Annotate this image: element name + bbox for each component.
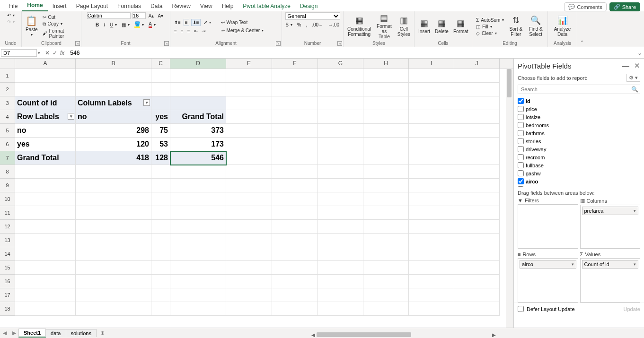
cell-H13[interactable] [363, 234, 409, 247]
cut-button[interactable]: ✂Cut [42, 14, 78, 20]
col-head-d[interactable]: D [170, 59, 226, 69]
cell-E15[interactable] [226, 261, 272, 275]
col-head-a[interactable]: A [15, 59, 76, 69]
cell-A6[interactable]: yes [15, 138, 76, 151]
cell-I12[interactable] [409, 220, 454, 234]
sort-filter-button[interactable]: ⇅Sort & Filter [508, 15, 524, 38]
field-checkbox-stories[interactable] [518, 138, 524, 144]
cell-E4[interactable] [226, 110, 272, 124]
cell-D5[interactable]: 373 [170, 124, 226, 138]
cell-B11[interactable] [76, 206, 151, 220]
cell-G13[interactable] [318, 234, 363, 247]
cell-I15[interactable] [409, 261, 454, 275]
cell-A16[interactable] [15, 275, 76, 288]
underline-button[interactable]: U▾ [109, 22, 118, 28]
cell-I4[interactable] [409, 110, 454, 124]
cell-I13[interactable] [409, 234, 454, 247]
cell-A13[interactable] [15, 234, 76, 247]
tab-file[interactable]: File [4, 1, 22, 11]
select-all-button[interactable] [0, 59, 15, 69]
col-head-g[interactable]: G [318, 59, 363, 69]
rows-area[interactable]: airco▾ [518, 258, 578, 303]
name-box-dropdown[interactable]: ▾ [37, 51, 41, 55]
sheet-tab-data[interactable]: data [45, 329, 66, 337]
field-checkbox-lotsize[interactable] [518, 114, 524, 120]
cell-D9[interactable] [170, 179, 226, 192]
cell-B8[interactable] [76, 165, 151, 179]
decrease-decimal-button[interactable]: →.00 [327, 22, 340, 28]
cell-A8[interactable] [15, 165, 76, 179]
cell-A14[interactable] [15, 247, 76, 261]
align-center-button[interactable]: ≡ [180, 28, 185, 34]
cell-E2[interactable] [226, 83, 272, 96]
sheet-tab-sheet1[interactable]: Sheet1 [18, 329, 46, 338]
row-head-9[interactable]: 9 [0, 179, 15, 192]
cell-B1[interactable] [76, 69, 151, 83]
comments-button[interactable]: 💬 Comments [564, 2, 606, 11]
cell-H17[interactable] [363, 288, 409, 302]
cell-D11[interactable] [170, 206, 226, 220]
cell-I3[interactable] [409, 96, 454, 110]
pivot-dropdown[interactable]: ▾ [68, 113, 74, 120]
cell-B2[interactable] [76, 83, 151, 96]
cell-D1[interactable] [170, 69, 226, 83]
tab-page-layout[interactable]: Page Layout [71, 1, 113, 11]
align-middle-button[interactable]: ≡ [184, 19, 189, 26]
cell-I5[interactable] [409, 124, 454, 138]
wrap-text-button[interactable]: ↩Wrap Text [220, 19, 265, 26]
cell-H3[interactable] [363, 96, 409, 110]
cell-C17[interactable] [151, 288, 170, 302]
row-head-7[interactable]: 7 [0, 151, 15, 165]
cell-D2[interactable] [170, 83, 226, 96]
cell-A2[interactable] [15, 83, 76, 96]
cell-B16[interactable] [76, 275, 151, 288]
row-head-8[interactable]: 8 [0, 165, 15, 179]
vertical-scrollbar[interactable] [506, 69, 513, 328]
cell-D17[interactable] [170, 288, 226, 302]
align-right-button[interactable]: ≡ [186, 28, 191, 34]
col-head-i[interactable]: I [409, 59, 454, 69]
merge-center-button[interactable]: ⇿Merge & Center▾ [220, 27, 265, 34]
row-head-15[interactable]: 15 [0, 261, 15, 275]
cell-D4[interactable]: Grand Total [170, 110, 226, 124]
cell-J18[interactable] [454, 302, 500, 316]
field-lotsize[interactable]: lotsize [518, 113, 636, 121]
rows-pill-airco[interactable]: airco▾ [520, 260, 576, 269]
cell-F16[interactable] [272, 275, 318, 288]
accounting-button[interactable]: $▾ [285, 22, 293, 28]
cell-C3[interactable] [151, 96, 170, 110]
cell-D7[interactable]: 546 [170, 151, 226, 165]
autosum-button[interactable]: ΣAutoSum▾ [475, 17, 505, 23]
cell-F5[interactable] [272, 124, 318, 138]
conditional-formatting-button[interactable]: ▦Conditional Formatting [346, 15, 372, 38]
comma-button[interactable]: , [305, 22, 308, 28]
pane-minimize-button[interactable]: — [622, 61, 629, 70]
cell-F6[interactable] [272, 138, 318, 151]
cell-E8[interactable] [226, 165, 272, 179]
format-as-table-button[interactable]: ▤Format as Table [375, 13, 394, 41]
delete-cells-button[interactable]: ▦Delete [434, 18, 450, 35]
name-box[interactable] [1, 49, 37, 57]
cell-C12[interactable] [151, 220, 170, 234]
pane-close-button[interactable]: ✕ [634, 61, 640, 70]
cell-F7[interactable] [272, 151, 318, 165]
cell-E14[interactable] [226, 247, 272, 261]
number-dialog-launcher[interactable]: ↘ [337, 41, 342, 46]
cell-E7[interactable] [226, 151, 272, 165]
cell-I7[interactable] [409, 151, 454, 165]
cell-G4[interactable] [318, 110, 363, 124]
cell-J13[interactable] [454, 234, 500, 247]
cell-H5[interactable] [363, 124, 409, 138]
cell-C18[interactable] [151, 302, 170, 316]
cell-B14[interactable] [76, 247, 151, 261]
cell-C7[interactable]: 128 [151, 151, 170, 165]
tab-design[interactable]: Design [295, 1, 322, 11]
cell-E18[interactable] [226, 302, 272, 316]
cell-B17[interactable] [76, 288, 151, 302]
cell-G14[interactable] [318, 247, 363, 261]
decrease-indent-button[interactable]: ⇤ [193, 28, 199, 34]
row-head-14[interactable]: 14 [0, 247, 15, 261]
cell-A1[interactable] [15, 69, 76, 83]
cell-B18[interactable] [76, 302, 151, 316]
cell-J2[interactable] [454, 83, 500, 96]
